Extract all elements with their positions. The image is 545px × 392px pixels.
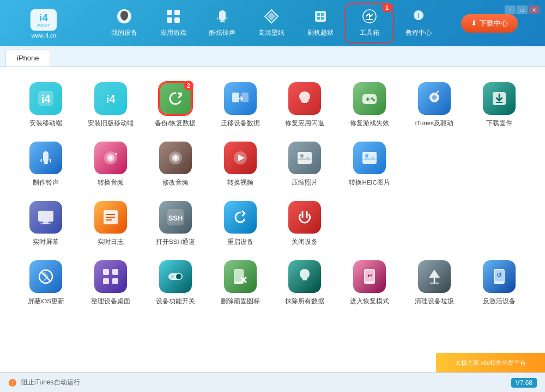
nav-tutorial-label: 教程中心 — [405, 28, 432, 38]
tool-make-ringtone[interactable]: ★ 制作铃声 — [16, 137, 76, 191]
tool-reboot-device[interactable]: 重启设备 — [210, 197, 270, 250]
svg-point-26 — [373, 99, 375, 101]
svg-point-35 — [109, 156, 112, 160]
empty-1 — [405, 137, 464, 191]
svg-rect-57 — [103, 278, 109, 284]
tool-convert-audio[interactable]: 转换音频 — [81, 137, 141, 191]
tool-clean-junk[interactable]: 清理设备垃圾 — [405, 256, 464, 310]
migrate-data-label: 迁移设备数据 — [221, 119, 260, 127]
svg-text:SSH: SSH — [168, 214, 183, 222]
minimize-button[interactable]: － — [505, 5, 516, 14]
make-ringtone-icon: ★ — [29, 142, 62, 174]
svg-rect-8 — [220, 21, 225, 22]
tool-real-screen[interactable]: 实时屏幕 — [16, 197, 76, 250]
tool-fix-app-crash[interactable]: 修复应用闪退 — [275, 78, 335, 132]
svg-rect-7 — [174, 17, 180, 23]
status-icon: ! — [8, 378, 17, 387]
tool-install-app[interactable]: i4 安装移动端 — [16, 78, 76, 132]
tool-block-ios-update[interactable]: 屏蔽iOS更新 — [16, 256, 76, 310]
tool-shutdown-device[interactable]: 关闭设备 — [275, 197, 335, 250]
convert-heic-icon — [353, 142, 386, 174]
convert-video-label: 转换视频 — [227, 179, 253, 187]
deactivate-device-icon: ↺ — [483, 260, 516, 293]
tool-convert-heic[interactable]: 转换HEIC图片 — [340, 137, 399, 191]
maximize-button[interactable]: □ — [517, 5, 528, 14]
clean-junk-label: 清理设备垃圾 — [415, 297, 454, 305]
tool-fix-game[interactable]: 修复游戏失效 — [340, 78, 399, 132]
apps-icon — [166, 9, 181, 26]
close-button[interactable]: ✕ — [529, 5, 540, 14]
download-button[interactable]: ⬇ 下载中心 — [461, 14, 518, 33]
svg-text:i4: i4 — [106, 93, 116, 105]
tool-delete-stubborn-icon[interactable]: 删除顽固图标 — [210, 256, 270, 310]
nav-wallpapers[interactable]: 高清壁纸 — [247, 4, 296, 42]
tool-download-firmware[interactable]: 下载固件 — [469, 78, 529, 132]
tool-device-toggle[interactable]: 设备功能开关 — [146, 256, 205, 310]
svg-rect-41 — [298, 152, 312, 164]
download-firmware-label: 下载固件 — [486, 119, 512, 127]
tools-row-4: 屏蔽iOS更新 整理设备桌面 — [16, 256, 529, 310]
window-controls: － □ ✕ — [505, 5, 540, 14]
tab-iphone[interactable]: iPhone — [5, 49, 50, 66]
tool-install-old-app[interactable]: i4 安装旧版移动端 — [81, 78, 141, 132]
nav-apps[interactable]: 应用游戏 — [149, 4, 198, 42]
tool-erase-all-data[interactable]: 抹除所有数据 — [275, 256, 335, 310]
nav-toolbox[interactable]: 工具箱 1 — [345, 3, 394, 43]
nav-jailbreak-label: 刷机越狱 — [307, 28, 334, 38]
status-text: 阻止iTunes自动运行 — [21, 378, 80, 387]
svg-rect-63 — [234, 270, 243, 281]
nav-tutorial[interactable]: i 教程中心 — [394, 4, 443, 42]
organize-desktop-label: 整理设备桌面 — [91, 297, 130, 305]
svg-point-60 — [176, 274, 181, 279]
tool-compress-photo[interactable]: 压缩照片 — [275, 137, 335, 191]
empty-3 — [340, 197, 399, 250]
watermark-text: 太极之家 xito软件分发平台 — [455, 359, 526, 367]
nav-ringtones[interactable]: 酷炫铃声 — [198, 4, 247, 42]
real-screen-label: 实时屏幕 — [33, 238, 59, 246]
svg-text:爱思助手: 爱思助手 — [37, 24, 50, 28]
logo-subtitle: www.i4.cn — [31, 33, 56, 39]
svg-text:!: ! — [12, 380, 14, 386]
block-ios-update-label: 屏蔽iOS更新 — [28, 297, 64, 305]
nav-jailbreak[interactable]: 刷机越狱 — [296, 4, 345, 42]
svg-point-67 — [369, 282, 371, 284]
tool-itunes-driver[interactable]: iTunes及驱动 — [405, 78, 464, 132]
tool-fix-audio[interactable]: 修改音频 — [146, 137, 205, 191]
tab-iphone-label: iPhone — [17, 54, 39, 62]
watermark: 太极之家 xito软件分发平台 — [436, 353, 545, 372]
empty-2 — [469, 137, 529, 191]
open-ssh-label: 打开SSH通道 — [156, 238, 195, 246]
backup-restore-badge: 2 — [184, 81, 193, 90]
reboot-device-icon — [224, 201, 257, 234]
backup-restore-icon: 2 — [159, 82, 192, 115]
svg-rect-10 — [317, 13, 320, 16]
svg-point-28 — [432, 95, 437, 100]
tool-migrate-data[interactable]: 迁移设备数据 — [210, 78, 270, 132]
device-toggle-icon — [159, 260, 192, 293]
tool-real-log[interactable]: 实时日志 — [81, 197, 141, 250]
tool-backup-restore[interactable]: 2 备份/恢复数据 — [146, 78, 205, 132]
tool-organize-desktop[interactable]: 整理设备桌面 — [81, 256, 141, 310]
nav-my-device[interactable]: 我的设备 — [100, 4, 149, 42]
tool-enter-recovery[interactable]: ↩ 进入恢复模式 — [340, 256, 399, 310]
open-ssh-icon: SSH — [159, 201, 192, 234]
tool-convert-video[interactable]: 转换视频 — [210, 137, 270, 191]
backup-restore-label: 备份/恢复数据 — [155, 119, 196, 127]
enter-recovery-label: 进入恢复模式 — [350, 297, 389, 305]
tool-deactivate-device[interactable]: ↺ 反激活设备 — [469, 256, 529, 310]
status-left: ! 阻止iTunes自动运行 — [8, 378, 80, 387]
main-content: i4 安装移动端 i4 安装旧版移动端 2 — [0, 67, 545, 372]
svg-rect-21 — [241, 93, 249, 102]
svg-rect-12 — [317, 17, 320, 20]
tutorial-icon: i — [411, 9, 426, 26]
header: i4 爱思助手 www.i4.cn 我的设备 应用游戏 — [0, 0, 545, 46]
convert-heic-label: 转换HEIC图片 — [349, 179, 390, 187]
status-right: V7.68 — [511, 378, 537, 388]
status-bar: ! 阻止iTunes自动运行 V7.68 — [0, 372, 545, 392]
organize-desktop-icon — [94, 260, 127, 293]
fix-game-label: 修复游戏失效 — [350, 119, 389, 127]
svg-text:i4: i4 — [41, 93, 51, 105]
tool-open-ssh[interactable]: SSH 打开SSH通道 — [146, 197, 205, 250]
install-old-app-label: 安装旧版移动端 — [88, 119, 134, 127]
svg-text:i: i — [417, 11, 420, 20]
